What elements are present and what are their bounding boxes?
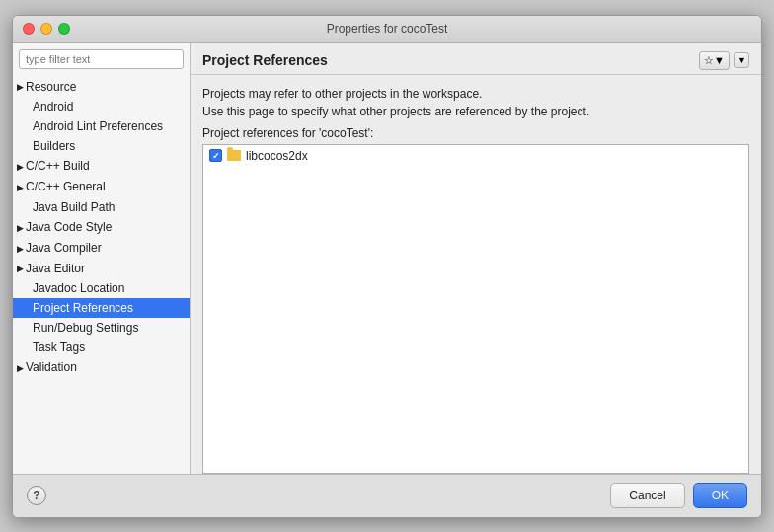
sidebar-item-label: C/C++ General (26, 180, 106, 193)
window-title: Properties for cocoTest (327, 22, 448, 36)
sidebar: ▶ResourceAndroidAndroid Lint Preferences… (13, 43, 191, 474)
sidebar-item-label: Android Lint Preferences (33, 119, 163, 133)
sidebar-item-label: Javadoc Location (33, 281, 124, 295)
sidebar-item-java-compiler[interactable]: ▶Java Compiler (13, 238, 190, 259)
sidebar-item-label: Android (33, 100, 73, 114)
project-name: libcocos2dx (246, 149, 308, 163)
sidebar-item-label: Task Tags (33, 341, 85, 354)
sidebar-item-label: Run/Debug Settings (33, 321, 138, 335)
expand-arrow-icon: ▶ (17, 360, 24, 376)
titlebar-buttons (23, 23, 70, 35)
sidebar-item-run-debug[interactable]: Run/Debug Settings (13, 318, 190, 338)
sidebar-item-cpp-general[interactable]: ▶C/C++ General (13, 177, 190, 197)
panel-title: Project References (202, 52, 328, 68)
sidebar-item-cpp-build[interactable]: ▶C/C++ Build (13, 156, 190, 177)
expand-arrow-icon: ▶ (17, 79, 24, 95)
sidebar-item-label: Java Code Style (26, 220, 112, 234)
sidebar-item-java-code-style[interactable]: ▶Java Code Style (13, 217, 190, 238)
cancel-button[interactable]: Cancel (610, 483, 684, 508)
sidebar-item-android[interactable]: Android (13, 97, 190, 116)
dropdown-icon: ▼ (737, 55, 746, 65)
list-item[interactable]: libcocos2dx (203, 145, 748, 167)
project-list-container: libcocos2dx (202, 144, 749, 474)
sidebar-item-project-references[interactable]: Project References (13, 298, 190, 318)
sidebar-item-label: Project References (33, 301, 133, 315)
titlebar: Properties for cocoTest (13, 16, 761, 43)
sidebar-item-label: Validation (26, 360, 77, 374)
properties-window: Properties for cocoTest ▶ResourceAndroid… (12, 15, 762, 518)
expand-arrow-icon: ▶ (17, 261, 24, 276)
close-button[interactable] (23, 23, 35, 35)
help-button[interactable]: ? (27, 486, 46, 505)
sidebar-item-java-build-path[interactable]: Java Build Path (13, 197, 190, 217)
expand-arrow-icon: ▶ (17, 241, 24, 257)
description-line1: Projects may refer to other projects in … (202, 85, 749, 103)
content-area: ▶ResourceAndroidAndroid Lint Preferences… (13, 43, 761, 474)
expand-arrow-icon: ▶ (17, 220, 24, 236)
sidebar-item-label: Builders (33, 139, 75, 153)
bottom-buttons: Cancel OK (610, 483, 747, 508)
sidebar-item-label: C/C++ Build (26, 159, 90, 173)
sidebar-item-label: Java Compiler (26, 241, 102, 255)
nav-list: ▶ResourceAndroidAndroid Lint Preferences… (13, 75, 190, 474)
sidebar-item-task-tags[interactable]: Task Tags (13, 338, 190, 357)
sidebar-item-label: Resource (26, 80, 76, 94)
sidebar-item-label: Java Editor (26, 262, 85, 275)
ok-button[interactable]: OK (693, 483, 747, 508)
sidebar-item-label: Java Build Path (33, 200, 115, 214)
sidebar-item-java-editor[interactable]: ▶Java Editor (13, 259, 190, 279)
toolbar-dropdown-button[interactable]: ▼ (734, 52, 749, 68)
expand-arrow-icon: ▶ (17, 159, 24, 175)
sidebar-item-resource[interactable]: ▶Resource (13, 77, 190, 98)
description-line2: Use this page to specify what other proj… (202, 103, 749, 120)
minimize-button[interactable] (40, 23, 52, 35)
sidebar-item-android-lint[interactable]: Android Lint Preferences (13, 116, 190, 136)
project-list-label: Project references for 'cocoTest': (191, 126, 761, 144)
main-header: Project References ☆▼ ▼ (191, 43, 761, 75)
bottom-bar: ? Cancel OK (13, 474, 761, 517)
back-icon: ☆▼ (704, 54, 725, 67)
toolbar-back-button[interactable]: ☆▼ (699, 51, 730, 70)
main-panel: Project References ☆▼ ▼ Projects may ref… (191, 43, 761, 474)
sidebar-item-validation[interactable]: ▶Validation (13, 357, 190, 378)
toolbar-icons: ☆▼ ▼ (699, 51, 749, 70)
expand-arrow-icon: ▶ (17, 180, 24, 195)
maximize-button[interactable] (58, 23, 70, 35)
sidebar-item-builders[interactable]: Builders (13, 136, 190, 156)
folder-icon (226, 148, 242, 164)
description-area: Projects may refer to other projects in … (191, 75, 761, 126)
filter-input[interactable] (19, 49, 184, 69)
project-checkbox[interactable] (209, 149, 222, 162)
sidebar-item-javadoc-location[interactable]: Javadoc Location (13, 278, 190, 298)
